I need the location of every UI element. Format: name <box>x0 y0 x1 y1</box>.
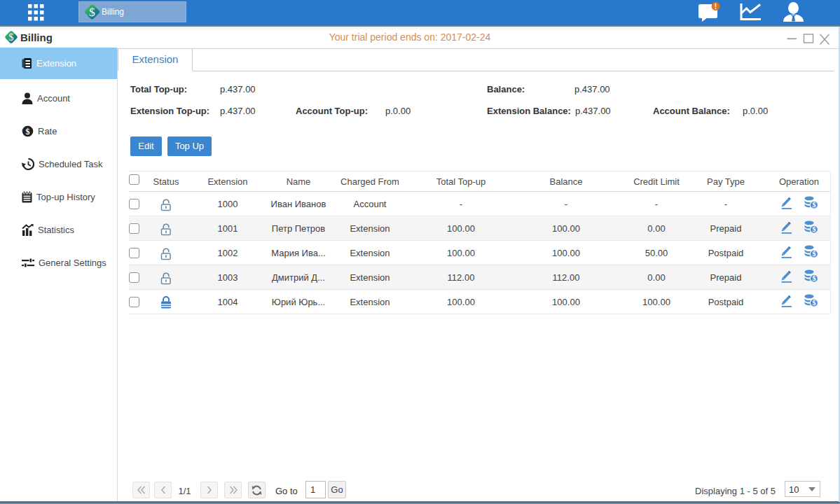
svg-text:$: $ <box>812 225 815 233</box>
svg-text:$: $ <box>812 250 815 258</box>
svg-text:$: $ <box>812 201 815 209</box>
svg-text:!: ! <box>715 3 717 10</box>
svg-text:$: $ <box>812 274 815 282</box>
svg-text:$: $ <box>812 299 815 307</box>
svg-text:$: $ <box>89 5 95 19</box>
svg-text:$: $ <box>26 127 30 136</box>
